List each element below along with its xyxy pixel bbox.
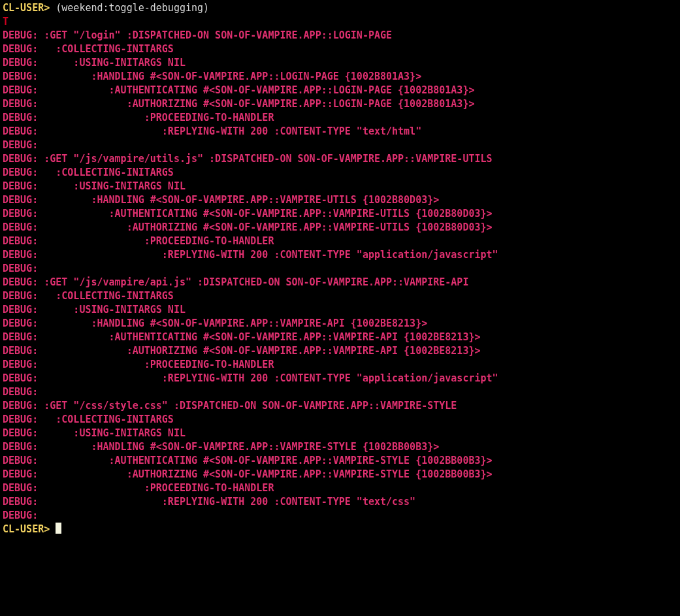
repl-terminal[interactable]: CL-USER> (weekend:toggle-debugging)TDEBU… xyxy=(0,0,680,540)
debug-dispatch: DEBUG: :GET "/login" :DISPATCHED-ON SON-… xyxy=(3,29,392,41)
debug-line: DEBUG: :HANDLING #<SON-OF-VAMPIRE.APP::L… xyxy=(3,70,677,84)
debug-dispatch: DEBUG: :GET "/js/vampire/utils.js" :DISP… xyxy=(3,153,493,165)
repl-line-active[interactable]: CL-USER> xyxy=(3,523,677,536)
debug-line: DEBUG: :COLLECTING-INITARGS xyxy=(3,289,677,303)
debug-line: DEBUG: :AUTHENTICATING #<SON-OF-VAMPIRE.… xyxy=(3,331,677,344)
debug-line: DEBUG: :REPLYING-WITH 200 :CONTENT-TYPE … xyxy=(3,495,677,509)
debug-collecting: DEBUG: :COLLECTING-INITARGS xyxy=(3,290,174,302)
debug-line: DEBUG: :USING-INITARGS NIL xyxy=(3,427,677,440)
debug-using: DEBUG: :USING-INITARGS NIL xyxy=(3,57,186,69)
debug-line: DEBUG: :REPLYING-WITH 200 :CONTENT-TYPE … xyxy=(3,248,677,262)
debug-blank: DEBUG: xyxy=(3,386,44,398)
debug-handling: DEBUG: :HANDLING #<SON-OF-VAMPIRE.APP::L… xyxy=(3,71,421,82)
repl-line-result: T xyxy=(3,15,677,29)
debug-using: DEBUG: :USING-INITARGS NIL xyxy=(3,304,186,316)
debug-handling: DEBUG: :HANDLING #<SON-OF-VAMPIRE.APP::V… xyxy=(3,317,427,329)
debug-line: DEBUG: :GET "/js/vampire/api.js" :DISPAT… xyxy=(3,276,677,289)
debug-authenticating: DEBUG: :AUTHENTICATING #<SON-OF-VAMPIRE.… xyxy=(3,208,493,219)
debug-line: DEBUG: :PROCEEDING-TO-HANDLER xyxy=(3,235,677,248)
debug-line: DEBUG: :PROCEEDING-TO-HANDLER xyxy=(3,481,677,495)
debug-authenticating: DEBUG: :AUTHENTICATING #<SON-OF-VAMPIRE.… xyxy=(3,455,493,466)
repl-prompt: CL-USER> xyxy=(3,523,56,535)
debug-line: DEBUG: xyxy=(3,262,677,276)
debug-line: DEBUG: :GET "/js/vampire/utils.js" :DISP… xyxy=(3,152,677,166)
debug-using: DEBUG: :USING-INITARGS NIL xyxy=(3,427,186,439)
debug-authorizing: DEBUG: :AUTHORIZING #<SON-OF-VAMPIRE.APP… xyxy=(3,221,493,233)
debug-line: DEBUG: :REPLYING-WITH 200 :CONTENT-TYPE … xyxy=(3,125,677,138)
debug-dispatch: DEBUG: :GET "/js/vampire/api.js" :DISPAT… xyxy=(3,276,468,288)
debug-proceeding: DEBUG: :PROCEEDING-TO-HANDLER xyxy=(3,359,274,370)
debug-handling: DEBUG: :HANDLING #<SON-OF-VAMPIRE.APP::V… xyxy=(3,441,439,453)
debug-line: DEBUG: xyxy=(3,509,677,523)
debug-line: DEBUG: :COLLECTING-INITARGS xyxy=(3,166,677,180)
debug-proceeding: DEBUG: :PROCEEDING-TO-HANDLER xyxy=(3,112,274,123)
debug-replying: DEBUG: :REPLYING-WITH 200 :CONTENT-TYPE … xyxy=(3,125,421,137)
repl-line-command: CL-USER> (weekend:toggle-debugging) xyxy=(3,1,677,15)
debug-line: DEBUG: :REPLYING-WITH 200 :CONTENT-TYPE … xyxy=(3,372,677,385)
repl-input-echo: (weekend:toggle-debugging) xyxy=(50,2,209,14)
debug-blank: DEBUG: xyxy=(3,139,44,151)
debug-line: DEBUG: :USING-INITARGS NIL xyxy=(3,180,677,193)
debug-line: DEBUG: :HANDLING #<SON-OF-VAMPIRE.APP::V… xyxy=(3,193,677,207)
debug-line: DEBUG: xyxy=(3,138,677,152)
debug-line: DEBUG: :HANDLING #<SON-OF-VAMPIRE.APP::V… xyxy=(3,440,677,454)
cursor[interactable] xyxy=(56,523,61,534)
debug-line: DEBUG: :GET "/css/style.css" :DISPATCHED… xyxy=(3,399,677,413)
debug-line: DEBUG: :GET "/login" :DISPATCHED-ON SON-… xyxy=(3,29,677,42)
debug-line: DEBUG: :PROCEEDING-TO-HANDLER xyxy=(3,358,677,372)
debug-line: DEBUG: :AUTHORIZING #<SON-OF-VAMPIRE.APP… xyxy=(3,468,677,481)
debug-line: DEBUG: xyxy=(3,385,677,399)
debug-dispatch: DEBUG: :GET "/css/style.css" :DISPATCHED… xyxy=(3,400,457,412)
debug-line: DEBUG: :AUTHENTICATING #<SON-OF-VAMPIRE.… xyxy=(3,454,677,468)
debug-collecting: DEBUG: :COLLECTING-INITARGS xyxy=(3,43,174,55)
debug-proceeding: DEBUG: :PROCEEDING-TO-HANDLER xyxy=(3,235,274,247)
debug-line: DEBUG: :AUTHENTICATING #<SON-OF-VAMPIRE.… xyxy=(3,84,677,97)
debug-line: DEBUG: :AUTHORIZING #<SON-OF-VAMPIRE.APP… xyxy=(3,344,677,358)
debug-blank: DEBUG: xyxy=(3,263,44,274)
debug-line: DEBUG: :USING-INITARGS NIL xyxy=(3,303,677,317)
repl-prompt: CL-USER> xyxy=(3,2,50,14)
debug-handling: DEBUG: :HANDLING #<SON-OF-VAMPIRE.APP::V… xyxy=(3,194,439,206)
debug-replying: DEBUG: :REPLYING-WITH 200 :CONTENT-TYPE … xyxy=(3,249,498,261)
debug-authorizing: DEBUG: :AUTHORIZING #<SON-OF-VAMPIRE.APP… xyxy=(3,98,474,110)
repl-result: T xyxy=(3,16,8,27)
debug-proceeding: DEBUG: :PROCEEDING-TO-HANDLER xyxy=(3,482,274,494)
debug-line: DEBUG: :AUTHORIZING #<SON-OF-VAMPIRE.APP… xyxy=(3,221,677,235)
debug-line: DEBUG: :COLLECTING-INITARGS xyxy=(3,413,677,427)
debug-collecting: DEBUG: :COLLECTING-INITARGS xyxy=(3,413,174,425)
debug-line: DEBUG: :PROCEEDING-TO-HANDLER xyxy=(3,111,677,125)
debug-line: DEBUG: :AUTHENTICATING #<SON-OF-VAMPIRE.… xyxy=(3,207,677,221)
debug-authorizing: DEBUG: :AUTHORIZING #<SON-OF-VAMPIRE.APP… xyxy=(3,345,481,357)
debug-blank: DEBUG: xyxy=(3,510,44,521)
debug-authenticating: DEBUG: :AUTHENTICATING #<SON-OF-VAMPIRE.… xyxy=(3,331,481,343)
debug-line: DEBUG: :HANDLING #<SON-OF-VAMPIRE.APP::V… xyxy=(3,317,677,331)
debug-authorizing: DEBUG: :AUTHORIZING #<SON-OF-VAMPIRE.APP… xyxy=(3,468,493,480)
debug-collecting: DEBUG: :COLLECTING-INITARGS xyxy=(3,167,174,178)
debug-authenticating: DEBUG: :AUTHENTICATING #<SON-OF-VAMPIRE.… xyxy=(3,84,474,96)
debug-line: DEBUG: :USING-INITARGS NIL xyxy=(3,56,677,70)
debug-replying: DEBUG: :REPLYING-WITH 200 :CONTENT-TYPE … xyxy=(3,372,498,384)
debug-using: DEBUG: :USING-INITARGS NIL xyxy=(3,180,186,192)
debug-line: DEBUG: :COLLECTING-INITARGS xyxy=(3,42,677,56)
debug-line: DEBUG: :AUTHORIZING #<SON-OF-VAMPIRE.APP… xyxy=(3,97,677,111)
debug-replying: DEBUG: :REPLYING-WITH 200 :CONTENT-TYPE … xyxy=(3,496,415,508)
